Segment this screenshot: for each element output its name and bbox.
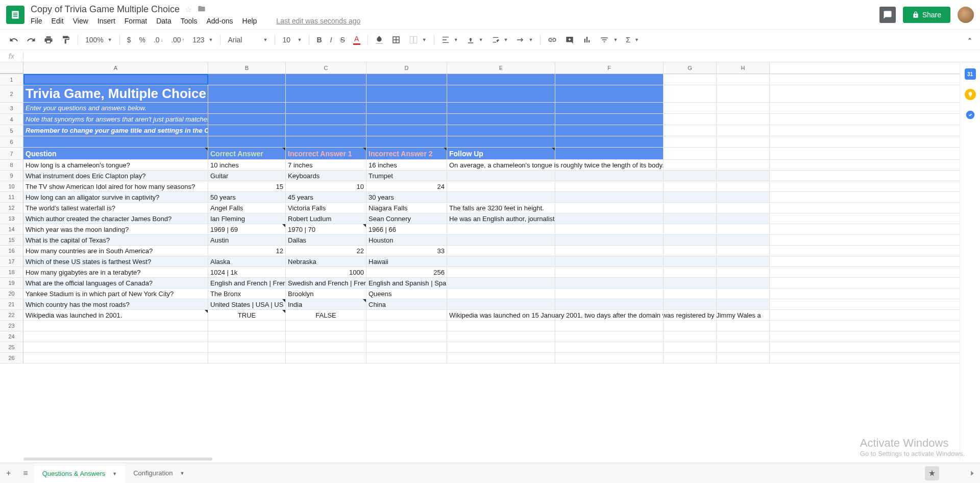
cell[interactable]	[208, 85, 286, 102]
cell[interactable]	[664, 267, 717, 277]
row-header-5[interactable]: 5	[0, 125, 23, 136]
cell[interactable]	[664, 171, 717, 181]
tab-questions-answers[interactable]: Questions & Answers▼	[34, 463, 125, 483]
cell[interactable]	[555, 114, 664, 125]
cell[interactable]	[447, 136, 555, 147]
cell[interactable]	[447, 171, 555, 181]
cell[interactable]	[717, 299, 770, 309]
cell[interactable]: 256	[366, 267, 447, 277]
cell[interactable]: 33	[366, 246, 447, 256]
cell[interactable]	[23, 136, 208, 147]
cell[interactable]	[447, 192, 555, 202]
cell[interactable]	[23, 321, 208, 331]
decrease-decimal-button[interactable]: .0↓	[151, 34, 166, 46]
account-avatar[interactable]	[958, 7, 974, 23]
cell[interactable]: Which country has the most roads?	[23, 299, 208, 309]
menu-format[interactable]: Format	[125, 17, 147, 25]
cell[interactable]	[447, 256, 555, 267]
menu-insert[interactable]: Insert	[97, 17, 115, 25]
cell[interactable]: 45 years	[286, 192, 366, 202]
cell[interactable]: 12	[208, 246, 286, 256]
cell[interactable]: Alaska	[208, 256, 286, 267]
cell[interactable]	[664, 114, 717, 125]
cell[interactable]	[664, 160, 717, 170]
cell[interactable]	[286, 114, 366, 125]
cell[interactable]	[366, 136, 447, 147]
col-header-C[interactable]: C	[286, 62, 366, 74]
cell[interactable]	[717, 224, 770, 234]
cell[interactable]: English and Spanish | Spanish and Englis…	[366, 278, 447, 288]
cell[interactable]: 1000	[286, 267, 366, 277]
cell[interactable]	[447, 353, 555, 363]
cell[interactable]	[366, 103, 447, 113]
cell[interactable]	[366, 310, 447, 320]
cell[interactable]: 16 inches	[366, 160, 447, 170]
cell[interactable]	[447, 278, 555, 288]
col-header-B[interactable]: B	[208, 62, 286, 74]
row-header-24[interactable]: 24	[0, 331, 23, 342]
cell[interactable]	[23, 74, 208, 85]
insert-chart-button[interactable]	[579, 33, 595, 46]
cell[interactable]	[664, 331, 717, 342]
cell[interactable]: Yankee Stadium is in which part of New Y…	[23, 288, 208, 299]
cell[interactable]: Dallas	[286, 235, 366, 245]
cell[interactable]	[208, 74, 286, 85]
font-select[interactable]: Arial▼	[225, 34, 271, 46]
cell[interactable]	[286, 342, 366, 352]
cell[interactable]: 50 years	[208, 192, 286, 202]
row-header-26[interactable]: 26	[0, 353, 23, 363]
cell[interactable]: Hawaii	[366, 256, 447, 267]
text-wrap-button[interactable]: ▼	[488, 34, 511, 46]
cell[interactable]	[664, 246, 717, 256]
cell[interactable]	[664, 321, 717, 331]
cell[interactable]: What are the official languages of Canad…	[23, 278, 208, 288]
cell[interactable]: Which year was the moon landing?	[23, 224, 208, 234]
cell[interactable]: United States | USA | US	[208, 299, 286, 309]
cell[interactable]: 1969 | 69	[208, 224, 286, 234]
comments-button[interactable]	[879, 7, 896, 23]
cell[interactable]	[555, 192, 664, 202]
row-header-7[interactable]: 7	[0, 148, 23, 159]
cell[interactable]	[286, 353, 366, 363]
cell[interactable]	[664, 181, 717, 191]
cell[interactable]	[555, 136, 664, 147]
cell[interactable]	[555, 181, 664, 191]
cell[interactable]	[717, 213, 770, 224]
cell[interactable]: Question	[23, 148, 208, 159]
cell[interactable]	[447, 181, 555, 191]
cell[interactable]	[717, 160, 770, 170]
cell[interactable]: Swedish and French | French	[286, 278, 366, 288]
cell[interactable]	[366, 353, 447, 363]
cell[interactable]	[717, 74, 770, 85]
row-header-4[interactable]: 4	[0, 114, 23, 125]
cell[interactable]	[447, 235, 555, 245]
cell[interactable]	[717, 288, 770, 299]
cell[interactable]	[286, 321, 366, 331]
menu-view[interactable]: View	[73, 17, 88, 25]
fill-color-button[interactable]	[372, 33, 386, 46]
strikethrough-button[interactable]: S	[337, 34, 348, 46]
cell[interactable]: Houston	[366, 235, 447, 245]
collapse-toolbar-button[interactable]	[966, 35, 974, 45]
cell[interactable]	[366, 74, 447, 85]
cell[interactable]: India	[286, 299, 366, 309]
row-header-8[interactable]: 8	[0, 160, 23, 170]
tab-configuration[interactable]: Configuration▼	[125, 463, 192, 483]
spreadsheet-grid[interactable]: A B C D E F G H 12Trivia Game, Multiple …	[0, 62, 960, 461]
cell[interactable]	[555, 331, 664, 342]
redo-button[interactable]	[23, 33, 39, 46]
cell[interactable]	[664, 288, 717, 299]
cell[interactable]	[208, 125, 286, 136]
cell[interactable]	[208, 353, 286, 363]
cell[interactable]	[208, 136, 286, 147]
row-header-21[interactable]: 21	[0, 299, 23, 309]
cell[interactable]	[23, 331, 208, 342]
cell[interactable]: Brooklyn	[286, 288, 366, 299]
cell[interactable]: Wikipedia was launched on 15 January 200…	[447, 310, 555, 320]
cell[interactable]: China	[366, 299, 447, 309]
cell[interactable]: Angel Falls	[208, 203, 286, 213]
row-header-16[interactable]: 16	[0, 246, 23, 256]
cell[interactable]: What is the capital of Texas?	[23, 235, 208, 245]
cell[interactable]: 15	[208, 181, 286, 191]
cell[interactable]: Ian Fleming	[208, 213, 286, 224]
